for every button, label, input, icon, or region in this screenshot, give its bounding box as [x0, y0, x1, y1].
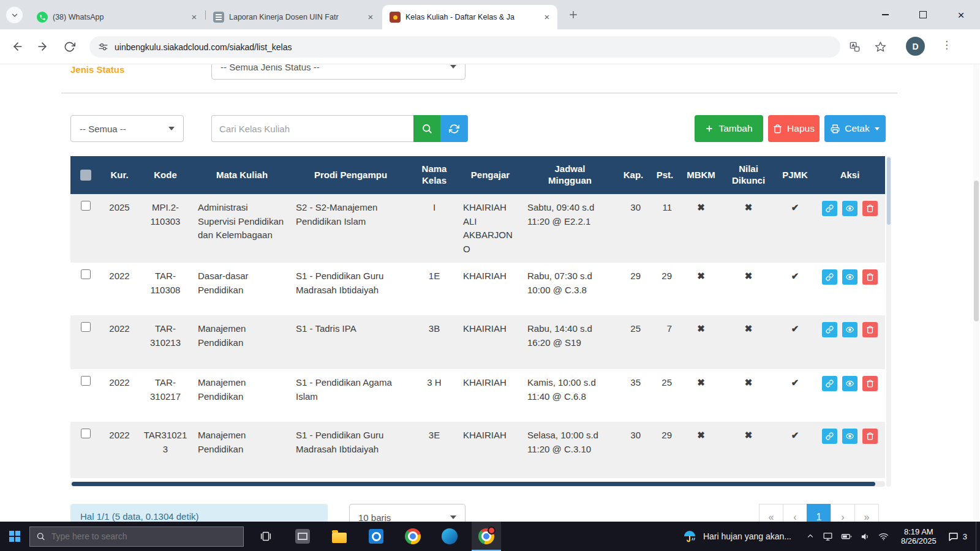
- close-button[interactable]: ×: [942, 0, 980, 29]
- tab-search-button[interactable]: [6, 7, 23, 23]
- search-input[interactable]: [211, 115, 413, 142]
- view-button[interactable]: [842, 201, 858, 216]
- tab-close-icon[interactable]: ×: [365, 12, 376, 23]
- taskbar-edge-button[interactable]: [435, 522, 464, 551]
- page-size-select[interactable]: 10 baris: [349, 504, 466, 522]
- pagination-last-button[interactable]: »: [854, 504, 879, 522]
- taskbar-clock[interactable]: 8:19 AM 8/26/2025: [895, 527, 943, 545]
- cetak-button[interactable]: Cetak: [824, 115, 886, 142]
- pagination-next-button[interactable]: ›: [831, 504, 855, 522]
- taskbar-app-button[interactable]: [288, 522, 317, 551]
- profile-avatar[interactable]: D: [906, 37, 925, 56]
- browser-tab-laporan[interactable]: Laporan Kinerja Dosen UIN Fatr ×: [206, 5, 381, 29]
- reload-button[interactable]: [59, 36, 80, 57]
- trash-icon: [866, 273, 874, 281]
- cell-mata-kuliah: Administrasi Supervisi Pendidikan dan Ke…: [193, 194, 291, 263]
- display-icon[interactable]: [823, 531, 833, 542]
- delete-button[interactable]: [862, 201, 878, 216]
- action-center-button[interactable]: 3: [943, 531, 976, 542]
- link-button[interactable]: [822, 269, 837, 285]
- select-all-checkbox[interactable]: [80, 170, 91, 181]
- cell-kur: 2022: [101, 263, 138, 315]
- table-row: 2022 TAR-310217 Manajemen Pendidikan S1 …: [70, 369, 885, 422]
- back-button[interactable]: [7, 36, 28, 57]
- delete-button[interactable]: [862, 322, 878, 337]
- taskbar-mail-button[interactable]: [361, 522, 391, 551]
- task-view-button[interactable]: [251, 522, 281, 551]
- cell-kap: 29: [617, 263, 649, 315]
- delete-button[interactable]: [862, 376, 878, 391]
- taskbar-chrome-active-button[interactable]: [472, 522, 501, 551]
- tambah-button[interactable]: Tambah: [695, 115, 763, 142]
- delete-button[interactable]: [862, 269, 878, 285]
- filter-kategori-select[interactable]: -- Semua --: [70, 115, 184, 142]
- caret-down-icon: [875, 127, 880, 130]
- start-button[interactable]: [0, 522, 29, 551]
- jenis-status-value: -- Semua Jenis Status --: [221, 64, 320, 72]
- taskbar-chrome-button[interactable]: [398, 522, 428, 551]
- close-icon: ×: [957, 9, 964, 21]
- site-info-icon: [98, 42, 108, 52]
- weather-widget[interactable]: Hari hujan yang akan...: [674, 522, 800, 551]
- taskbar-search-input[interactable]: [50, 531, 237, 542]
- col-header-kap: Kap.: [617, 156, 649, 194]
- cell-mata-kuliah: Dasar-dasar Pendidikan: [193, 263, 291, 315]
- maximize-button[interactable]: [904, 0, 942, 29]
- plus-icon: [568, 9, 579, 20]
- link-icon: [826, 380, 834, 388]
- table-row: 2022 TAR-310213 Manajemen Pendidikan S1 …: [70, 315, 885, 369]
- taskbar-search[interactable]: [29, 527, 244, 547]
- pagination-page-1-button[interactable]: 1: [807, 504, 831, 522]
- tray-chevron-up-icon[interactable]: [806, 532, 815, 541]
- col-header-nama-kelas: Nama Kelas: [410, 156, 458, 194]
- network-icon[interactable]: [878, 531, 889, 542]
- link-button[interactable]: [822, 322, 837, 337]
- plus-icon: [705, 124, 714, 133]
- minimize-button[interactable]: [866, 0, 904, 29]
- row-checkbox[interactable]: [81, 201, 91, 211]
- tab-close-icon[interactable]: ×: [541, 12, 552, 23]
- battery-icon[interactable]: [841, 531, 852, 542]
- table-vertical-scrollbar[interactable]: [886, 156, 891, 487]
- view-button[interactable]: [842, 429, 858, 444]
- search-button[interactable]: [413, 115, 440, 142]
- bookmark-star-button[interactable]: [870, 36, 891, 57]
- browser-menu-button[interactable]: ⋮: [941, 39, 952, 51]
- cetak-label: Cetak: [845, 123, 870, 134]
- view-button[interactable]: [842, 269, 858, 285]
- link-button[interactable]: [822, 201, 837, 216]
- forward-button[interactable]: [32, 36, 53, 57]
- speaker-icon[interactable]: [860, 531, 870, 542]
- pagination-first-button[interactable]: «: [759, 504, 783, 522]
- taskbar-explorer-button[interactable]: [325, 522, 354, 551]
- view-button[interactable]: [842, 376, 858, 391]
- row-checkbox[interactable]: [81, 376, 91, 386]
- link-button[interactable]: [822, 429, 837, 444]
- address-bar[interactable]: uinbengkulu.siakadcloud.com/siakad/list_…: [89, 36, 840, 58]
- chevron-down-icon: [10, 11, 19, 20]
- page-scrollbar[interactable]: [973, 64, 979, 522]
- tab-close-icon[interactable]: ×: [189, 12, 200, 23]
- row-checkbox[interactable]: [81, 429, 91, 438]
- scrollbar-thumb[interactable]: [72, 482, 875, 486]
- cell-jadwal: Rabu, 14:40 s.d 16:20 @ S19: [522, 315, 617, 369]
- scrollbar-thumb[interactable]: [974, 181, 979, 321]
- jenis-status-select[interactable]: -- Semua Jenis Status --: [211, 64, 466, 80]
- browser-tab-whatsapp[interactable]: (38) WhatsApp ×: [29, 5, 205, 29]
- cell-pengajar: KHAIRIAH: [458, 369, 522, 422]
- view-button[interactable]: [842, 322, 858, 337]
- cell-mbkm: ✖: [680, 315, 722, 369]
- table-horizontal-scrollbar[interactable]: [70, 481, 885, 487]
- browser-tab-kelas-kuliah[interactable]: Kelas Kuliah - Daftar Kelas & Ja ×: [382, 5, 557, 29]
- scrollbar-thumb[interactable]: [887, 157, 891, 225]
- row-checkbox[interactable]: [81, 269, 91, 279]
- pagination-prev-button[interactable]: ‹: [783, 504, 807, 522]
- link-button[interactable]: [822, 376, 837, 391]
- refresh-button[interactable]: [440, 115, 468, 142]
- translate-button[interactable]: [844, 36, 865, 57]
- hapus-button[interactable]: Hapus: [768, 115, 820, 142]
- new-tab-button[interactable]: [565, 6, 582, 23]
- show-desktop-button[interactable]: [976, 522, 980, 551]
- delete-button[interactable]: [862, 429, 878, 444]
- browser-toolbar: uinbengkulu.siakadcloud.com/siakad/list_…: [0, 29, 980, 64]
